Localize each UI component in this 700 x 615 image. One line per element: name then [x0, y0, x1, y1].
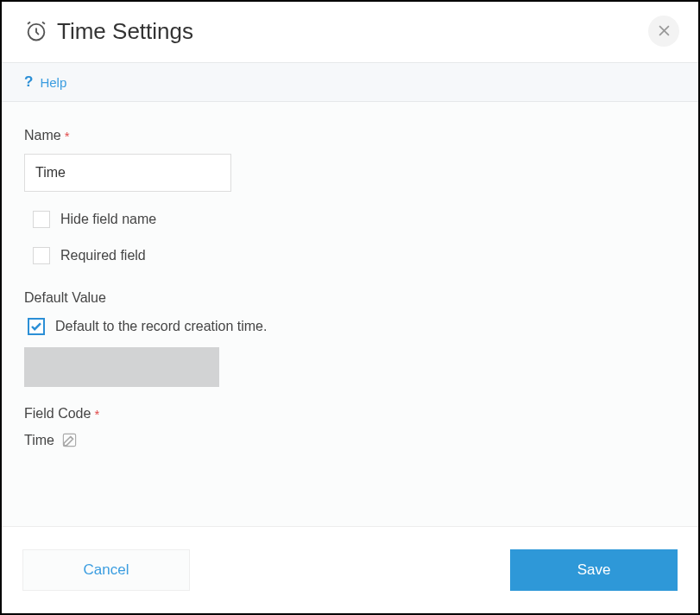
hide-field-label: Hide field name	[60, 212, 156, 227]
help-bar[interactable]: ? Help	[2, 62, 698, 102]
default-creation-row: Default to the record creation time.	[28, 318, 676, 335]
dialog-header: Time Settings	[2, 2, 698, 62]
close-icon	[659, 22, 670, 41]
dialog-content: Name * Hide field name Required field De…	[2, 102, 698, 526]
default-value-input-disabled	[24, 347, 219, 387]
required-indicator: *	[94, 407, 99, 422]
field-code-row: Time	[24, 432, 676, 448]
required-indicator: *	[65, 129, 70, 143]
svg-rect-1	[63, 434, 75, 446]
field-code-section: Field Code * Time	[24, 406, 676, 448]
default-creation-checkbox[interactable]	[28, 318, 45, 335]
field-code-value: Time	[24, 433, 54, 448]
field-code-label-row: Field Code *	[24, 406, 676, 422]
default-creation-label: Default to the record creation time.	[55, 319, 267, 334]
required-field-row: Required field	[33, 247, 676, 264]
close-button[interactable]	[648, 16, 679, 47]
name-label-row: Name *	[24, 128, 676, 143]
required-field-label: Required field	[60, 248, 146, 263]
help-icon: ?	[24, 73, 33, 91]
time-settings-dialog: Time Settings ? Help Name *	[0, 0, 700, 615]
cancel-button[interactable]: Cancel	[22, 549, 190, 591]
clock-icon	[24, 19, 48, 43]
name-field-group: Name * Hide field name Required field	[24, 128, 676, 264]
save-button[interactable]: Save	[510, 549, 678, 591]
required-field-checkbox[interactable]	[33, 247, 50, 264]
dialog-footer: Cancel Save	[2, 526, 698, 613]
default-value-label: Default Value	[24, 290, 676, 306]
field-code-label: Field Code	[24, 406, 91, 422]
name-label: Name	[24, 128, 61, 143]
help-link: Help	[40, 75, 66, 90]
name-input[interactable]	[24, 154, 231, 192]
hide-field-row: Hide field name	[33, 211, 676, 228]
dialog-title: Time Settings	[57, 18, 193, 45]
hide-field-checkbox[interactable]	[33, 211, 50, 228]
header-left: Time Settings	[24, 18, 193, 45]
edit-icon[interactable]	[61, 432, 78, 448]
